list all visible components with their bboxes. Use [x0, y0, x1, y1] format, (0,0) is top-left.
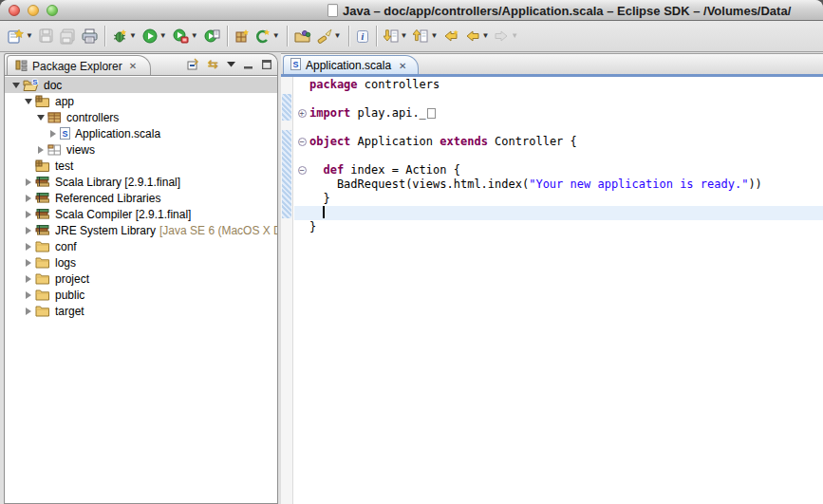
- editor-tab-application-scala[interactable]: S Application.scala ✕: [283, 55, 419, 75]
- expand-arrow-icon[interactable]: [35, 115, 47, 121]
- print-button[interactable]: [79, 24, 101, 48]
- back-button[interactable]: ▼: [462, 24, 492, 48]
- tree-item-decoration: [Java SE 6 (MacOS X Def: [159, 224, 278, 237]
- close-view-icon[interactable]: ✕: [129, 61, 137, 71]
- collapse-arrow-icon[interactable]: [23, 227, 34, 234]
- library-icon: [35, 176, 50, 188]
- toolbar-separator: [104, 26, 105, 47]
- dropdown-arrow-icon[interactable]: ▼: [430, 32, 438, 40]
- zoom-window-button[interactable]: [47, 5, 58, 16]
- code-line: BadRequest(views.html.index("Your new ap…: [294, 177, 823, 192]
- editor-tab-bar: S Application.scala ✕: [281, 53, 823, 74]
- collapse-arrow-icon[interactable]: [23, 308, 34, 315]
- dropdown-arrow-icon[interactable]: ▼: [511, 32, 518, 40]
- svg-text:S: S: [32, 79, 38, 86]
- collapse-arrow-icon[interactable]: [35, 146, 47, 154]
- maximize-view-icon[interactable]: [262, 60, 271, 69]
- minimize-window-button[interactable]: [28, 5, 39, 16]
- search-button[interactable]: ▼: [314, 24, 345, 48]
- tree-item-test[interactable]: test: [5, 158, 277, 174]
- code-line: package controllers: [294, 78, 823, 92]
- editor-body: package controllers+import play.api._−ob…: [281, 77, 823, 504]
- next-annotation-button[interactable]: ▼: [381, 24, 411, 48]
- dropdown-arrow-icon[interactable]: ▼: [26, 32, 33, 40]
- tree-item-target[interactable]: target: [5, 303, 277, 319]
- tree-item-doc[interactable]: Sdoc: [5, 77, 277, 93]
- tree-item-jre-system-library[interactable]: JRE System Library[Java SE 6 (MacOS X De…: [5, 222, 277, 238]
- package-icon: [47, 111, 62, 123]
- tree-item-project[interactable]: project: [5, 271, 277, 287]
- forward-icon: [495, 29, 509, 43]
- dropdown-arrow-icon[interactable]: ▼: [481, 32, 489, 40]
- code-line: +import play.api._: [294, 106, 823, 121]
- collapse-arrow-icon[interactable]: [23, 243, 34, 251]
- external-tools-button[interactable]: [201, 24, 223, 48]
- tree-item-logs[interactable]: logs: [5, 254, 277, 271]
- folding-column: −: [294, 166, 309, 175]
- range-indicator: [282, 94, 291, 121]
- toolbar-separator: [287, 26, 288, 47]
- code-line: −object Application extends Controller {: [294, 135, 823, 149]
- run-button[interactable]: ▼: [140, 24, 170, 48]
- tree-item-label: Scala Compiler [2.9.1.final]: [55, 208, 191, 221]
- code-editor[interactable]: package controllers+import play.api._−ob…: [294, 77, 823, 504]
- save-button[interactable]: [36, 24, 57, 48]
- tree-item-label: JRE System Library: [55, 224, 156, 237]
- collapse-arrow-icon[interactable]: [23, 275, 34, 283]
- new-java-project-button[interactable]: [232, 24, 253, 48]
- collapse-arrow-icon[interactable]: [23, 195, 34, 202]
- package-explorer-tree[interactable]: SdocappcontrollersSApplication.scalaview…: [4, 75, 278, 504]
- open-resource-button[interactable]: [291, 24, 314, 48]
- collapse-arrow-icon[interactable]: [23, 211, 34, 218]
- dropdown-arrow-icon[interactable]: ▼: [272, 32, 280, 40]
- last-edit-location-button[interactable]: [440, 24, 462, 48]
- tree-item-conf[interactable]: conf: [5, 238, 277, 254]
- toggle-mark-occurrences-button[interactable]: i: [353, 24, 372, 48]
- tree-item-referenced-libraries[interactable]: Referenced Libraries: [5, 190, 277, 206]
- dropdown-arrow-icon[interactable]: ▼: [334, 32, 342, 40]
- workbench-area: Package Explorer ✕ ⇆: [0, 53, 823, 504]
- fold-collapse-icon[interactable]: −: [298, 138, 307, 146]
- folded-region-box[interactable]: [427, 108, 436, 119]
- forward-button[interactable]: ▼: [492, 24, 521, 48]
- collapse-arrow-icon[interactable]: [47, 130, 59, 138]
- link-with-editor-icon[interactable]: ⇆: [208, 57, 218, 71]
- scala-file-icon: S: [60, 127, 70, 140]
- previous-annotation-button[interactable]: ▼: [410, 24, 440, 48]
- collapse-arrow-icon[interactable]: [23, 291, 34, 299]
- close-window-button[interactable]: [9, 5, 20, 16]
- folder-icon: [35, 240, 50, 252]
- package-explorer-tab[interactable]: Package Explorer ✕: [7, 55, 151, 76]
- tree-item-scala-library-2-9-1-final[interactable]: Scala Library [2.9.1.final]: [5, 174, 277, 190]
- collapse-all-icon[interactable]: [186, 58, 199, 71]
- tree-item-controllers[interactable]: controllers: [5, 109, 277, 125]
- dropdown-arrow-icon[interactable]: ▼: [129, 32, 137, 40]
- new-scala-project-button[interactable]: ▼: [253, 24, 283, 48]
- toolbar-separator: [348, 26, 349, 47]
- tree-item-application-scala[interactable]: SApplication.scala: [5, 125, 277, 141]
- fold-expand-icon[interactable]: +: [298, 109, 307, 118]
- expand-arrow-icon[interactable]: [10, 83, 22, 88]
- debug-button[interactable]: ▼: [109, 24, 140, 48]
- tree-item-app[interactable]: app: [5, 93, 277, 109]
- run-as-button[interactable]: ▼: [170, 24, 201, 48]
- expand-arrow-icon[interactable]: [23, 99, 34, 104]
- minimize-view-icon[interactable]: [244, 60, 253, 69]
- save-all-button[interactable]: [57, 24, 79, 48]
- window-title: Java – doc/app/controllers/Application.s…: [343, 4, 791, 18]
- dropdown-arrow-icon[interactable]: ▼: [159, 32, 167, 40]
- collapse-arrow-icon[interactable]: [23, 178, 34, 186]
- tree-item-label: target: [55, 305, 84, 318]
- tree-item-label: logs: [55, 256, 76, 270]
- tree-item-scala-compiler-2-9-1-final[interactable]: Scala Compiler [2.9.1.final]: [5, 206, 277, 222]
- fold-collapse-icon[interactable]: −: [298, 166, 307, 175]
- close-editor-tab-icon[interactable]: ✕: [399, 61, 406, 71]
- new-wizard-button[interactable]: ▼: [4, 24, 36, 48]
- tree-item-public[interactable]: public: [5, 287, 277, 303]
- collapse-arrow-icon[interactable]: [23, 259, 34, 267]
- tree-item-views[interactable]: views: [5, 141, 277, 158]
- view-menu-icon[interactable]: [227, 62, 235, 67]
- dropdown-arrow-icon[interactable]: ▼: [191, 32, 198, 40]
- title-bar[interactable]: Java – doc/app/controllers/Application.s…: [0, 0, 823, 21]
- dropdown-arrow-icon[interactable]: ▼: [401, 32, 408, 40]
